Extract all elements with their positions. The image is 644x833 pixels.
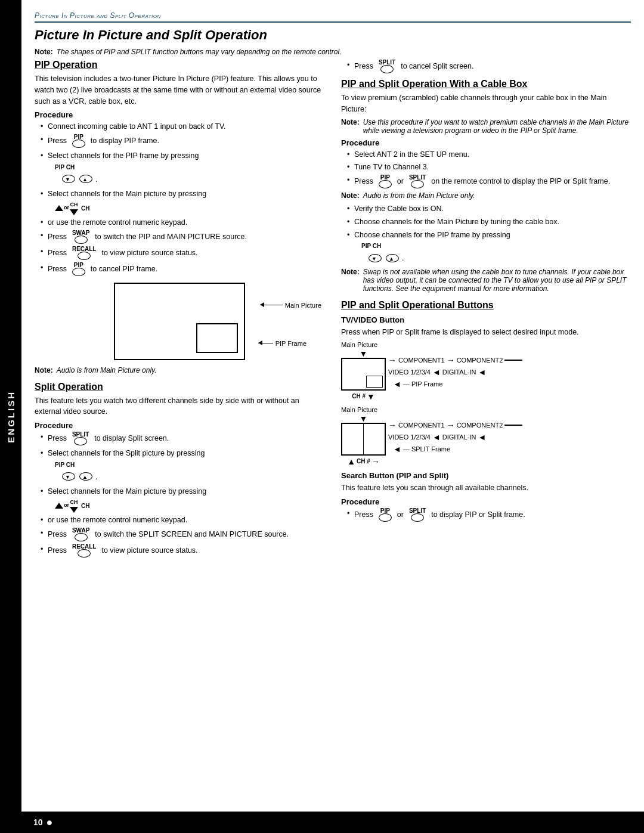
split-cancel-btn-group: SPLIT	[379, 60, 395, 74]
pip-sig-box-1	[341, 358, 386, 391]
search-split-btn: SPLIT	[409, 508, 426, 522]
split-steps-list: Press SPLIT to display Split screen. Sel…	[35, 432, 324, 558]
cable-step-4: Verify the Cable box is ON.	[347, 203, 631, 215]
split-step-6: Press RECALL to view picture source stat…	[41, 544, 324, 558]
pip-step-8: Press PIP to cancel PIP frame.	[41, 262, 324, 277]
pip-cable-steps-2: Verify the Cable box is ON. Choose chann…	[341, 203, 631, 265]
cable-split-btn: SPLIT	[409, 175, 426, 189]
pip-step-3: Select channels for the PIP frame by pre…	[41, 150, 324, 187]
main-down-arrow-2: ▼	[360, 414, 368, 423]
split-swap-btn-group: SWAP	[72, 528, 89, 542]
cable-step-3: Press PIP or SPLIT on the remote control…	[347, 175, 631, 189]
split-sig-box	[341, 423, 386, 456]
component1-row-1: → COMPONENT1 → COMPONENT2	[388, 355, 522, 365]
col-right: Press SPLIT to cancel Split screen. PIP …	[341, 60, 631, 560]
pip-cable-box-title: PIP and Split Operation With a Cable Box	[341, 79, 631, 89]
split-recall-btn-group: RECALL	[72, 544, 97, 558]
content: Picture In Picture and Split Operation P…	[21, 0, 644, 833]
cable-down-btn: ▼	[369, 255, 382, 263]
pip-inner-frame	[196, 323, 238, 353]
chapter-title: Picture In Picture and Split Operation	[35, 11, 161, 20]
search-pip-btn: PIP	[379, 508, 392, 522]
cable-ch-arrows: ▼ ▲ .	[354, 252, 631, 265]
search-split-button[interactable]	[411, 513, 424, 522]
split-frame-row: ◄ — SPLIT Frame	[388, 444, 522, 454]
split-swap-button[interactable]	[75, 533, 88, 541]
pip-step-1: Connect incoming cable to ANT 1 input on…	[41, 121, 324, 132]
pip-button-1[interactable]	[72, 140, 85, 148]
pip-procedure-title: Procedure	[35, 110, 324, 119]
split-operation-body: This feature lets you watch two differen…	[35, 395, 324, 418]
pip-step-6: Press SWAP to switch the PIP and MAIN PI…	[41, 230, 324, 244]
note-shapes: Note: The shapes of PIP and SPLIT functi…	[35, 48, 631, 56]
split-ch-arrows: ▼ ▲ .	[48, 470, 324, 484]
page-title: Picture In Picture and Split Operation	[35, 27, 631, 43]
split-step-2: Select channels for the Split picture by…	[41, 448, 324, 484]
split-recall-button[interactable]	[78, 549, 91, 558]
search-pip-button[interactable]	[379, 513, 392, 522]
signal-diagram-pip: Main Picture ▼ CH #	[341, 341, 631, 401]
chapter-header: Picture In Picture and Split Operation	[35, 11, 631, 23]
pip-split-buttons-title: PIP and Split Operational Buttons	[341, 300, 631, 311]
cable-step-1: Select ANT 2 in the SET UP menu.	[347, 149, 631, 160]
split-step-5: Press SWAP to switch the SPLIT SCREEN an…	[41, 528, 324, 542]
pip-ch-buttons: PIP CH	[48, 163, 324, 172]
pip-frame-row-1: ◄ — PIP Frame	[388, 379, 522, 389]
split-btn-group-1: SPLIT	[72, 432, 89, 446]
pip-note-audio: Note: Audio is from Main Picture only.	[35, 366, 324, 374]
pip-step-2: Press PIP to display PIP frame.	[41, 134, 324, 148]
main-picture-label-2: Main Picture	[341, 406, 631, 413]
search-step-1: Press PIP or SPLIT to display PIP or Spl…	[347, 508, 631, 522]
pip-cable-steps: Select ANT 2 in the SET UP menu. Tune TV…	[341, 149, 631, 190]
cable-up-btn: ▲	[386, 255, 399, 263]
cable-pip-button[interactable]	[379, 180, 392, 188]
pip-btn-group-1: PIP	[72, 134, 85, 148]
recall-button[interactable]	[78, 252, 91, 260]
split-ch-up-arrow	[55, 503, 63, 509]
split-cancel-button[interactable]	[380, 65, 394, 73]
cable-swap-note: Note: Swap is not available when using t…	[341, 268, 631, 293]
pip-cable-note: Note: Use this procedure if you want to …	[341, 118, 631, 135]
pip-cable-procedure-title: Procedure	[341, 138, 631, 147]
tv-video-title: TV/VIDEO Button	[341, 315, 631, 324]
pip-sig-inner-1	[366, 376, 383, 388]
main-picture-label-1: Main Picture	[341, 341, 631, 348]
cable-step-5: Choose channels for the Main Picture by …	[347, 216, 631, 228]
split-step-4: or use the remote control numeric keypad…	[41, 515, 324, 526]
page-wrapper: ENGLISH Picture In Picture and Split Ope…	[0, 0, 644, 833]
pip-operation-section: PIP Operation This television includes a…	[35, 60, 324, 374]
recall-btn-group: RECALL	[72, 246, 97, 261]
pip-steps-list: Connect incoming cable to ANT 1 input on…	[35, 121, 324, 276]
split-pip-ch-label: PIP CH	[48, 460, 324, 469]
split-cancel-list: Press SPLIT to cancel Split screen.	[341, 60, 631, 74]
pip-step-5: or use the remote control numeric keypad…	[41, 217, 324, 228]
pip-cancel-button[interactable]	[72, 268, 85, 276]
pip-operation-title: PIP Operation	[35, 60, 324, 70]
cable-audio-note: Note: Audio is from the Main Picture onl…	[341, 191, 631, 200]
search-steps-list: Press PIP or SPLIT to display PIP or Spl…	[341, 508, 631, 522]
split-down-btn: ▼	[62, 473, 75, 481]
pip-cable-box-body: To view premium (scrambled) cable channe…	[341, 92, 631, 115]
cable-step-6: Choose channels for the PIP frame by pre…	[347, 230, 631, 266]
search-procedure-title: Procedure	[341, 497, 631, 506]
split-operation-section: Split Operation This feature lets you wa…	[35, 382, 324, 558]
cable-pip-btn: PIP	[379, 175, 392, 189]
cable-step-2: Tune TV to Channel 3.	[347, 162, 631, 173]
col-left: PIP Operation This television includes a…	[35, 60, 324, 560]
video-row-2: VIDEO 1/2/3/4 ◄ DIGITAL-IN ◄	[388, 432, 522, 442]
split-up-btn: ▲	[79, 473, 92, 481]
pip-step-4: Select channels for the Main picture by …	[41, 188, 324, 215]
swap-btn-group: SWAP	[72, 230, 89, 244]
video-row-1: VIDEO 1/2/3/4 ◄ DIGITAL-IN ◄	[388, 367, 522, 377]
two-col-layout: PIP Operation This television includes a…	[35, 60, 631, 560]
cable-pip-ch-label: PIP CH	[354, 241, 631, 250]
pip-operation-body: This television includes a two-tuner Pic…	[35, 73, 324, 107]
split-cancel-step: Press SPLIT to cancel Split screen.	[347, 60, 631, 74]
pip-diagram-container: Main Picture PIP Frame	[35, 283, 324, 360]
cable-split-button[interactable]	[411, 180, 424, 188]
split-button-1[interactable]	[74, 437, 87, 445]
ch-up-arrow	[55, 205, 63, 211]
swap-button[interactable]	[75, 236, 88, 244]
split-ch-down-arrow	[70, 507, 78, 513]
split-step-3: Select channels for the Main picture by …	[41, 486, 324, 513]
